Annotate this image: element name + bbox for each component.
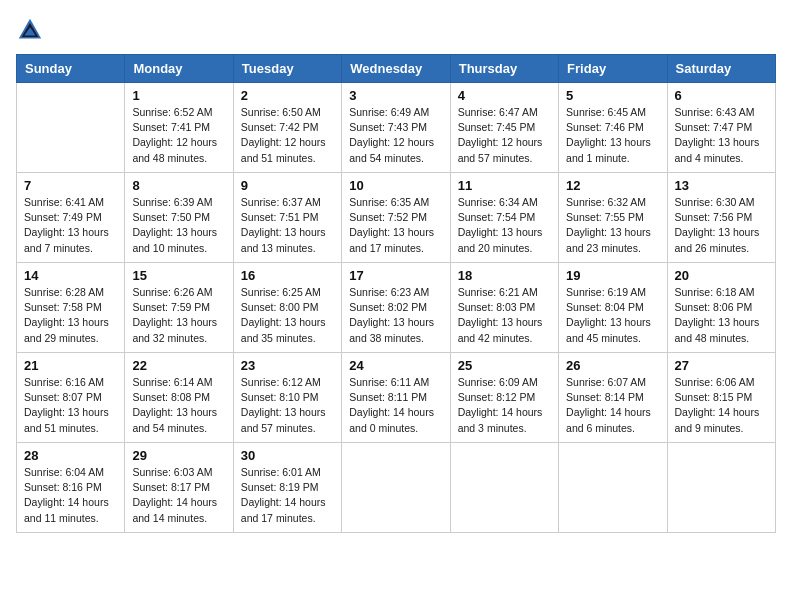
cell-date: 25 — [458, 358, 551, 373]
day-header-friday: Friday — [559, 55, 667, 83]
calendar-cell: 24Sunrise: 6:11 AMSunset: 8:11 PMDayligh… — [342, 353, 450, 443]
calendar-cell — [450, 443, 558, 533]
calendar-cell: 6Sunrise: 6:43 AMSunset: 7:47 PMDaylight… — [667, 83, 775, 173]
logo — [16, 16, 48, 44]
cell-info: Sunrise: 6:47 AMSunset: 7:45 PMDaylight:… — [458, 105, 551, 166]
cell-info: Sunrise: 6:28 AMSunset: 7:58 PMDaylight:… — [24, 285, 117, 346]
calendar-cell — [17, 83, 125, 173]
calendar-cell: 16Sunrise: 6:25 AMSunset: 8:00 PMDayligh… — [233, 263, 341, 353]
cell-info: Sunrise: 6:18 AMSunset: 8:06 PMDaylight:… — [675, 285, 768, 346]
calendar-cell: 15Sunrise: 6:26 AMSunset: 7:59 PMDayligh… — [125, 263, 233, 353]
cell-date: 21 — [24, 358, 117, 373]
cell-date: 22 — [132, 358, 225, 373]
cell-info: Sunrise: 6:39 AMSunset: 7:50 PMDaylight:… — [132, 195, 225, 256]
cell-date: 14 — [24, 268, 117, 283]
cell-info: Sunrise: 6:11 AMSunset: 8:11 PMDaylight:… — [349, 375, 442, 436]
calendar-cell: 8Sunrise: 6:39 AMSunset: 7:50 PMDaylight… — [125, 173, 233, 263]
cell-date: 13 — [675, 178, 768, 193]
cell-info: Sunrise: 6:21 AMSunset: 8:03 PMDaylight:… — [458, 285, 551, 346]
calendar-cell: 1Sunrise: 6:52 AMSunset: 7:41 PMDaylight… — [125, 83, 233, 173]
cell-date: 16 — [241, 268, 334, 283]
cell-date: 5 — [566, 88, 659, 103]
cell-info: Sunrise: 6:30 AMSunset: 7:56 PMDaylight:… — [675, 195, 768, 256]
cell-info: Sunrise: 6:41 AMSunset: 7:49 PMDaylight:… — [24, 195, 117, 256]
cell-date: 24 — [349, 358, 442, 373]
week-row-3: 21Sunrise: 6:16 AMSunset: 8:07 PMDayligh… — [17, 353, 776, 443]
cell-info: Sunrise: 6:50 AMSunset: 7:42 PMDaylight:… — [241, 105, 334, 166]
calendar-cell: 20Sunrise: 6:18 AMSunset: 8:06 PMDayligh… — [667, 263, 775, 353]
calendar-cell: 21Sunrise: 6:16 AMSunset: 8:07 PMDayligh… — [17, 353, 125, 443]
week-row-1: 7Sunrise: 6:41 AMSunset: 7:49 PMDaylight… — [17, 173, 776, 263]
week-row-2: 14Sunrise: 6:28 AMSunset: 7:58 PMDayligh… — [17, 263, 776, 353]
calendar-cell: 26Sunrise: 6:07 AMSunset: 8:14 PMDayligh… — [559, 353, 667, 443]
cell-date: 18 — [458, 268, 551, 283]
day-header-sunday: Sunday — [17, 55, 125, 83]
cell-date: 29 — [132, 448, 225, 463]
cell-date: 3 — [349, 88, 442, 103]
cell-date: 28 — [24, 448, 117, 463]
calendar-body: 1Sunrise: 6:52 AMSunset: 7:41 PMDaylight… — [17, 83, 776, 533]
day-header-wednesday: Wednesday — [342, 55, 450, 83]
day-header-thursday: Thursday — [450, 55, 558, 83]
calendar-cell: 30Sunrise: 6:01 AMSunset: 8:19 PMDayligh… — [233, 443, 341, 533]
cell-date: 8 — [132, 178, 225, 193]
cell-info: Sunrise: 6:37 AMSunset: 7:51 PMDaylight:… — [241, 195, 334, 256]
calendar-cell: 10Sunrise: 6:35 AMSunset: 7:52 PMDayligh… — [342, 173, 450, 263]
calendar-cell — [559, 443, 667, 533]
cell-info: Sunrise: 6:14 AMSunset: 8:08 PMDaylight:… — [132, 375, 225, 436]
calendar-cell: 19Sunrise: 6:19 AMSunset: 8:04 PMDayligh… — [559, 263, 667, 353]
cell-info: Sunrise: 6:49 AMSunset: 7:43 PMDaylight:… — [349, 105, 442, 166]
calendar-cell — [342, 443, 450, 533]
calendar-cell: 11Sunrise: 6:34 AMSunset: 7:54 PMDayligh… — [450, 173, 558, 263]
calendar-cell: 14Sunrise: 6:28 AMSunset: 7:58 PMDayligh… — [17, 263, 125, 353]
cell-info: Sunrise: 6:23 AMSunset: 8:02 PMDaylight:… — [349, 285, 442, 346]
cell-date: 7 — [24, 178, 117, 193]
cell-date: 26 — [566, 358, 659, 373]
cell-date: 9 — [241, 178, 334, 193]
logo-icon — [16, 16, 44, 44]
cell-info: Sunrise: 6:43 AMSunset: 7:47 PMDaylight:… — [675, 105, 768, 166]
page-header — [16, 16, 776, 44]
cell-date: 27 — [675, 358, 768, 373]
calendar-cell: 18Sunrise: 6:21 AMSunset: 8:03 PMDayligh… — [450, 263, 558, 353]
cell-info: Sunrise: 6:32 AMSunset: 7:55 PMDaylight:… — [566, 195, 659, 256]
calendar-cell: 7Sunrise: 6:41 AMSunset: 7:49 PMDaylight… — [17, 173, 125, 263]
cell-date: 10 — [349, 178, 442, 193]
day-header-monday: Monday — [125, 55, 233, 83]
calendar-cell: 5Sunrise: 6:45 AMSunset: 7:46 PMDaylight… — [559, 83, 667, 173]
calendar-cell: 25Sunrise: 6:09 AMSunset: 8:12 PMDayligh… — [450, 353, 558, 443]
week-row-0: 1Sunrise: 6:52 AMSunset: 7:41 PMDaylight… — [17, 83, 776, 173]
cell-info: Sunrise: 6:09 AMSunset: 8:12 PMDaylight:… — [458, 375, 551, 436]
cell-info: Sunrise: 6:06 AMSunset: 8:15 PMDaylight:… — [675, 375, 768, 436]
calendar-cell: 22Sunrise: 6:14 AMSunset: 8:08 PMDayligh… — [125, 353, 233, 443]
calendar-cell: 9Sunrise: 6:37 AMSunset: 7:51 PMDaylight… — [233, 173, 341, 263]
cell-date: 2 — [241, 88, 334, 103]
calendar-cell: 28Sunrise: 6:04 AMSunset: 8:16 PMDayligh… — [17, 443, 125, 533]
cell-info: Sunrise: 6:04 AMSunset: 8:16 PMDaylight:… — [24, 465, 117, 526]
cell-date: 30 — [241, 448, 334, 463]
calendar-cell: 23Sunrise: 6:12 AMSunset: 8:10 PMDayligh… — [233, 353, 341, 443]
cell-info: Sunrise: 6:03 AMSunset: 8:17 PMDaylight:… — [132, 465, 225, 526]
cell-info: Sunrise: 6:25 AMSunset: 8:00 PMDaylight:… — [241, 285, 334, 346]
cell-info: Sunrise: 6:35 AMSunset: 7:52 PMDaylight:… — [349, 195, 442, 256]
cell-date: 4 — [458, 88, 551, 103]
cell-info: Sunrise: 6:12 AMSunset: 8:10 PMDaylight:… — [241, 375, 334, 436]
cell-info: Sunrise: 6:34 AMSunset: 7:54 PMDaylight:… — [458, 195, 551, 256]
calendar-cell: 17Sunrise: 6:23 AMSunset: 8:02 PMDayligh… — [342, 263, 450, 353]
cell-date: 19 — [566, 268, 659, 283]
calendar-header: SundayMondayTuesdayWednesdayThursdayFrid… — [17, 55, 776, 83]
calendar: SundayMondayTuesdayWednesdayThursdayFrid… — [16, 54, 776, 533]
cell-info: Sunrise: 6:01 AMSunset: 8:19 PMDaylight:… — [241, 465, 334, 526]
cell-info: Sunrise: 6:07 AMSunset: 8:14 PMDaylight:… — [566, 375, 659, 436]
cell-date: 1 — [132, 88, 225, 103]
cell-date: 6 — [675, 88, 768, 103]
cell-info: Sunrise: 6:52 AMSunset: 7:41 PMDaylight:… — [132, 105, 225, 166]
cell-info: Sunrise: 6:45 AMSunset: 7:46 PMDaylight:… — [566, 105, 659, 166]
cell-date: 23 — [241, 358, 334, 373]
cell-info: Sunrise: 6:16 AMSunset: 8:07 PMDaylight:… — [24, 375, 117, 436]
cell-info: Sunrise: 6:19 AMSunset: 8:04 PMDaylight:… — [566, 285, 659, 346]
cell-date: 17 — [349, 268, 442, 283]
week-row-4: 28Sunrise: 6:04 AMSunset: 8:16 PMDayligh… — [17, 443, 776, 533]
header-row: SundayMondayTuesdayWednesdayThursdayFrid… — [17, 55, 776, 83]
calendar-cell: 3Sunrise: 6:49 AMSunset: 7:43 PMDaylight… — [342, 83, 450, 173]
